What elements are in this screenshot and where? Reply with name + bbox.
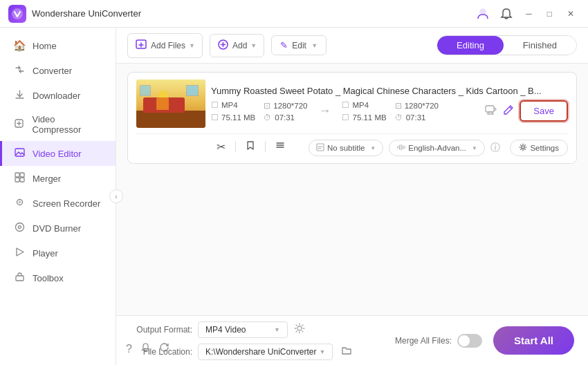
svg-point-18 (522, 146, 524, 149)
save-button[interactable]: Save (520, 100, 568, 122)
tool-separator-2 (265, 141, 266, 152)
add-btn[interactable]: Add ▼ (210, 34, 264, 57)
svg-rect-7 (20, 178, 24, 182)
content-area: Add Files ▼ Add ▼ ✎ Edit ▼ (116, 28, 588, 365)
settings-btn[interactable]: Settings (510, 140, 568, 156)
sidebar-item-toolbox[interactable]: Toolbox (0, 265, 116, 290)
browse-folder-btn[interactable] (338, 345, 355, 359)
source-size: ☐ 75.11 MB (211, 113, 255, 122)
tab-switcher: Editing Finished (437, 35, 577, 55)
help-question-icon[interactable]: ? (126, 343, 132, 355)
svg-point-11 (18, 226, 21, 229)
toolbox-icon (13, 272, 26, 284)
subtitle-dropdown[interactable]: No subtitle ▼ (309, 140, 383, 156)
svg-rect-3 (15, 149, 24, 156)
svg-rect-13 (16, 276, 24, 281)
merger-icon (13, 172, 26, 185)
downloader-icon (13, 89, 26, 102)
sidebar-item-dvd-label: DVD Burner (33, 223, 81, 234)
sidebar-item-home[interactable]: 🏠 Home (0, 33, 116, 58)
output-format-field: Output Format: MP4 Video ▼ (130, 321, 370, 338)
sidebar-item-editor-label: Video Editor (33, 149, 82, 159)
video-editor-icon (13, 147, 26, 160)
app-title: Wondershare UniConverter (32, 8, 468, 19)
subtitle-icon (316, 143, 324, 153)
sidebar-item-downloader-label: Downloader (33, 91, 80, 101)
editing-tab[interactable]: Editing (437, 36, 504, 55)
add-chevron: ▼ (250, 42, 257, 49)
sidebar-item-downloader[interactable]: Downloader (0, 83, 116, 108)
output-format-label: Output Format: (130, 325, 192, 335)
source-format: ☐ MP4 (211, 100, 255, 110)
titlebar-controls: ─ □ ✕ (473, 4, 580, 24)
content-toolbar: Add Files ▼ Add ▼ ✎ Edit ▼ (116, 28, 588, 64)
minimize-btn[interactable]: ─ (520, 6, 538, 21)
file-location-select[interactable]: K:\Wondershare UniConverter ▼ (198, 344, 333, 360)
output-format-settings-icon[interactable] (293, 322, 306, 337)
dest-res-icon: ⊡ (395, 101, 402, 111)
audio-icon (396, 143, 405, 153)
svg-point-9 (18, 201, 21, 204)
refresh-icon[interactable] (159, 342, 169, 355)
app-logo (8, 5, 26, 23)
sidebar: 🏠 Home Converter Downloader (0, 28, 116, 365)
sidebar-item-player[interactable]: Player (0, 241, 116, 265)
sidebar-item-merger-label: Merger (33, 174, 61, 184)
file-location-value: K:\Wondershare UniConverter (205, 347, 317, 357)
add-files-label: Add Files (151, 41, 185, 50)
cut-icon[interactable]: ✂ (212, 139, 230, 155)
sidebar-item-player-label: Player (33, 248, 58, 259)
sidebar-item-converter[interactable]: Converter (0, 58, 116, 83)
bottom-help-icons: ? (126, 342, 169, 355)
output-format-select[interactable]: MP4 Video ▼ (198, 321, 288, 338)
svg-rect-6 (15, 178, 19, 182)
subtitle-label: No subtitle (327, 144, 365, 152)
close-btn[interactable]: ✕ (562, 6, 580, 21)
duration-icon: ⏱ (264, 113, 272, 122)
audio-chevron: ▼ (472, 145, 477, 151)
sidebar-item-dvd-burner[interactable]: DVD Burner (0, 216, 116, 241)
audio-label: English-Advan... (408, 144, 466, 152)
finished-tab[interactable]: Finished (504, 36, 576, 55)
sidebar-item-home-label: Home (33, 41, 57, 51)
audio-dropdown[interactable]: English-Advan... ▼ (389, 140, 485, 156)
notification-icon-btn[interactable] (497, 4, 516, 24)
compressor-icon (13, 118, 26, 131)
svg-point-19 (297, 326, 302, 330)
merge-toggle[interactable] (457, 334, 482, 348)
send-device-icon[interactable] (484, 102, 497, 120)
source-resolution: ⊡ 1280*720 (264, 101, 307, 111)
sidebar-collapse-btn[interactable]: ‹ (109, 189, 123, 203)
dvd-burner-icon (13, 222, 26, 234)
file-source-details: ☐ MP4 ☐ 75.11 MB (211, 100, 307, 122)
output-format-chevron: ▼ (274, 326, 280, 333)
source-res-group: ⊡ 1280*720 ⏱ 07:31 (264, 101, 307, 122)
titlebar: Wondershare UniConverter ─ □ ✕ (0, 0, 588, 28)
merge-section: Merge All Files: (395, 334, 482, 348)
output-format-value: MP4 Video (205, 325, 246, 335)
screen-recorder-icon (13, 197, 26, 209)
dest-resolution: ⊡ 1280*720 (395, 101, 439, 111)
info-icon[interactable]: ⓘ (490, 142, 500, 154)
start-all-btn[interactable]: Start All (493, 326, 574, 355)
sidebar-item-merger[interactable]: Merger (0, 166, 116, 191)
bookmark-icon[interactable] (241, 139, 259, 154)
dest-size: ☐ 75.11 MB (342, 113, 386, 122)
dest-format-icon: ☐ (342, 100, 349, 110)
user-icon-btn[interactable] (473, 4, 493, 24)
file-header: Yummy Roasted Sweet Potato _ Magical Chi… (136, 79, 568, 128)
sidebar-item-video-compressor[interactable]: Video Compressor (0, 108, 116, 141)
sidebar-item-video-editor[interactable]: Video Editor (0, 141, 116, 166)
file-edit-icon[interactable] (503, 104, 514, 118)
notification-bell-icon[interactable] (140, 342, 151, 355)
edit-dropdown[interactable]: ✎ Edit ▼ (271, 35, 327, 55)
size-icon: ☐ (211, 113, 219, 122)
file-thumbnail (136, 79, 205, 128)
list-icon[interactable] (271, 139, 289, 154)
dest-format-group: ☐ MP4 ☐ 75.11 MB (342, 100, 386, 122)
file-details-row: ☐ MP4 ☐ 75.11 MB (211, 100, 568, 122)
sidebar-item-screen-recorder[interactable]: Screen Recorder (0, 191, 116, 216)
maximize-btn[interactable]: □ (542, 6, 558, 21)
settings-gear-icon (519, 143, 527, 153)
add-files-btn[interactable]: Add Files ▼ (127, 33, 203, 58)
